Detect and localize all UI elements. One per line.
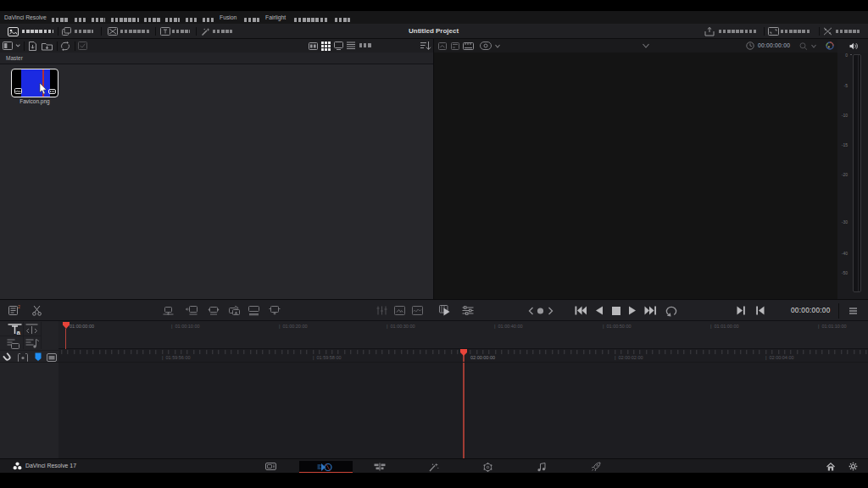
svg-text:a: a [17, 329, 21, 336]
svg-text:2: 2 [18, 304, 20, 309]
